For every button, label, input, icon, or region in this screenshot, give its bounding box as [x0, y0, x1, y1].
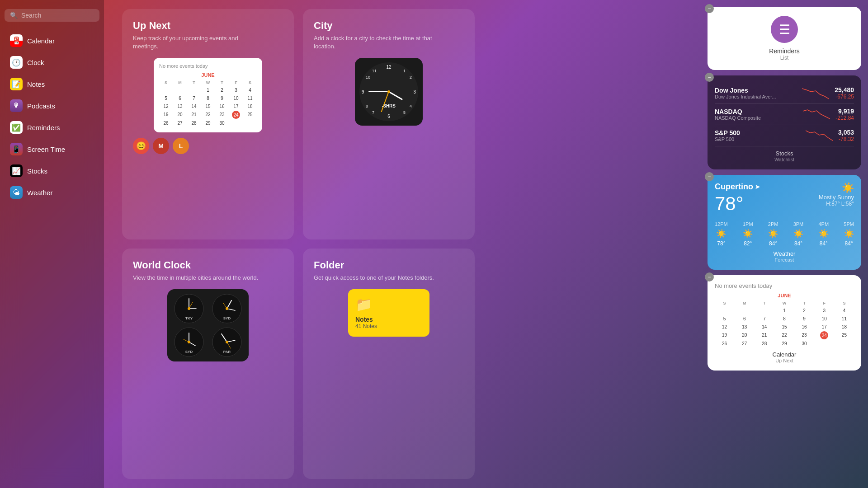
- sidebar-item-podcasts-label: Podcasts: [27, 102, 55, 110]
- stock-dow-change: -676.25: [835, 94, 854, 100]
- cal-day[interactable]: 2: [795, 307, 814, 314]
- cal-day[interactable]: 27: [735, 340, 754, 347]
- cal-day[interactable]: 25: [835, 331, 854, 339]
- sidebar-item-podcasts[interactable]: 🎙 Podcasts: [5, 96, 99, 116]
- stock-dow-full: Dow Jones Industrial Aver...: [715, 94, 776, 99]
- cal-day[interactable]: 7: [755, 315, 774, 323]
- cal-day[interactable]: 18: [243, 103, 257, 110]
- cal-day[interactable]: 16: [215, 103, 229, 110]
- cal-day[interactable]: 26: [159, 119, 173, 127]
- cal-day[interactable]: 10: [815, 315, 834, 323]
- stock-nasdaq-right: 9,919 -212.84: [803, 108, 854, 121]
- cal-day[interactable]: 25: [243, 111, 257, 119]
- search-bar[interactable]: 🔍: [5, 9, 99, 22]
- cal-day[interactable]: 20: [735, 331, 754, 339]
- sidebar-item-notes[interactable]: 📝 Notes: [5, 74, 99, 94]
- cal-day[interactable]: 4: [835, 307, 854, 314]
- cal-day[interactable]: 5: [715, 315, 734, 323]
- sidebar-item-stocks[interactable]: 📈 Stocks: [5, 161, 99, 181]
- cal-day[interactable]: 18: [835, 323, 854, 331]
- cal-day[interactable]: 20: [173, 111, 187, 119]
- cal-day[interactable]: 2: [215, 86, 229, 94]
- cal-day[interactable]: 28: [755, 340, 774, 347]
- cal-day[interactable]: 24: [232, 111, 240, 119]
- stocks-remove-button[interactable]: −: [705, 73, 714, 82]
- widget-world-clock: World Clock View the time in multiple ci…: [122, 249, 294, 479]
- sidebar-item-screen-time[interactable]: 📱 Screen Time: [5, 139, 99, 159]
- svg-text:SYD: SYD: [223, 316, 231, 320]
- cal-day[interactable]: 6: [173, 94, 187, 102]
- cal-day[interactable]: 4: [243, 86, 257, 94]
- cal-day[interactable]: 13: [735, 323, 754, 331]
- cal-day[interactable]: 9: [795, 315, 814, 323]
- cal-day[interactable]: 15: [201, 103, 215, 110]
- cal-day[interactable]: 6: [735, 315, 754, 323]
- avatar-m: M: [153, 138, 169, 154]
- cal-day[interactable]: 7: [187, 94, 201, 102]
- sidebar-item-reminders[interactable]: ✅ Reminders: [5, 117, 99, 137]
- cal-day: [159, 86, 173, 94]
- cal-day[interactable]: 3: [229, 86, 243, 94]
- cn3: 3: [413, 89, 416, 94]
- cal-day[interactable]: 8: [201, 94, 215, 102]
- cal-day[interactable]: 11: [835, 315, 854, 323]
- cal-widget-footer-sub: Up Next: [715, 358, 854, 363]
- cal-widget-remove-button[interactable]: −: [705, 272, 714, 282]
- weather-hour-sun-icon: ☀️: [793, 229, 803, 239]
- search-input[interactable]: [21, 12, 94, 19]
- cal-day[interactable]: 17: [815, 323, 834, 331]
- search-icon: 🔍: [10, 12, 18, 19]
- folder-notes-title: Notes: [355, 316, 422, 323]
- weather-widget: − Cupertino ➤ 78° ☀️ Mostly Sunny H:87° …: [708, 175, 861, 270]
- cal-day[interactable]: 5: [159, 94, 173, 102]
- sidebar-item-weather[interactable]: 🌤 Weather: [5, 183, 99, 202]
- cal-day[interactable]: 16: [795, 323, 814, 331]
- cal-day[interactable]: 19: [715, 331, 734, 339]
- cal-day[interactable]: 19: [159, 111, 173, 119]
- widget-folder: Folder Get quick access to one of your N…: [303, 249, 475, 479]
- cal-day[interactable]: 12: [715, 323, 734, 331]
- sidebar-item-calendar[interactable]: 17 📅 Calendar: [5, 31, 99, 51]
- stock-dow-name: Dow Jones: [715, 87, 776, 94]
- weather-hour-label: 2PM: [768, 221, 778, 227]
- svg-point-17: [188, 341, 190, 343]
- cal-day[interactable]: 30: [215, 119, 229, 127]
- cal-day[interactable]: 15: [774, 323, 794, 331]
- cal-day[interactable]: 27: [173, 119, 187, 127]
- cal-day-header: T: [215, 80, 229, 86]
- cal-day[interactable]: 14: [755, 323, 774, 331]
- cal-day[interactable]: 1: [201, 86, 215, 94]
- cal-day[interactable]: 23: [215, 111, 229, 119]
- cal-day[interactable]: 23: [795, 331, 814, 339]
- cal-day[interactable]: 17: [229, 103, 243, 110]
- cal-day[interactable]: 3: [815, 307, 834, 314]
- cal-day[interactable]: 9: [215, 94, 229, 102]
- up-next-title: Up Next: [133, 20, 283, 32]
- cal-day-header: W: [774, 300, 794, 306]
- cal-day[interactable]: 1: [774, 307, 794, 314]
- cal-day-header: S: [835, 300, 854, 306]
- cal-day[interactable]: 11: [243, 94, 257, 102]
- cal-day[interactable]: 29: [201, 119, 215, 127]
- weather-remove-button[interactable]: −: [705, 172, 714, 181]
- reminders-remove-button[interactable]: −: [705, 4, 714, 13]
- cal-day[interactable]: 10: [229, 94, 243, 102]
- cal-day[interactable]: 8: [774, 315, 794, 323]
- cal-day-header: W: [201, 80, 215, 86]
- cal-day[interactable]: 26: [715, 340, 734, 347]
- cal-day[interactable]: 28: [187, 119, 201, 127]
- avatar-s: 😊: [133, 138, 149, 154]
- cal-day[interactable]: 22: [774, 331, 794, 339]
- stock-dow-right: 25,480 -676.25: [802, 86, 854, 100]
- svg-text:TKY: TKY: [185, 316, 193, 320]
- cal-day[interactable]: 12: [159, 103, 173, 110]
- sidebar-item-clock[interactable]: 🕐 Clock: [5, 52, 99, 72]
- cal-day[interactable]: 29: [774, 340, 794, 347]
- cal-day[interactable]: 13: [173, 103, 187, 110]
- cal-day[interactable]: 21: [755, 331, 774, 339]
- cal-day[interactable]: 22: [201, 111, 215, 119]
- cal-day[interactable]: 21: [187, 111, 201, 119]
- cal-day[interactable]: 14: [187, 103, 201, 110]
- cal-day[interactable]: 30: [795, 340, 814, 347]
- cal-day[interactable]: 24: [820, 331, 828, 339]
